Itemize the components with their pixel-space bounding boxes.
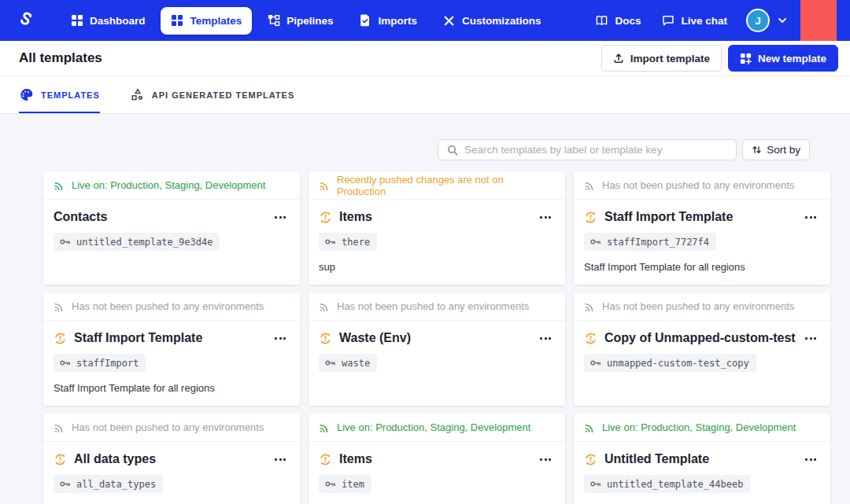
key-icon <box>324 478 336 490</box>
template-card[interactable]: Has not been pushed to any environments … <box>574 292 830 406</box>
card-menu-button[interactable] <box>273 212 287 223</box>
ellipsis-icon <box>275 216 277 219</box>
card-menu-button[interactable] <box>273 333 287 344</box>
nav-templates[interactable]: Templates <box>161 7 253 35</box>
template-card[interactable]: Live on: Production, Staging, Developmen… <box>309 414 565 504</box>
template-card[interactable]: Has not been pushed to any environments … <box>309 292 565 406</box>
broadcast-icon <box>584 422 595 433</box>
card-menu-button[interactable] <box>804 454 818 465</box>
template-card[interactable]: Live on: Production, Staging, Developmen… <box>574 414 830 504</box>
template-card[interactable]: Live on: Production, Staging, Developmen… <box>43 171 300 285</box>
ellipsis-icon <box>549 458 551 461</box>
card-body: All data types all_data_types <box>43 442 300 493</box>
card-status-text: Has not been pushed to any environments <box>72 300 264 312</box>
tabbar: TEMPLATES API GENERATED TEMPLATES <box>0 76 850 114</box>
ellipsis-icon <box>549 337 551 340</box>
sort-by-button[interactable]: Sort by <box>742 139 810 160</box>
template-key-badge: all_data_types <box>54 475 163 493</box>
ellipsis-icon <box>545 458 547 461</box>
template-key-badge: unmapped-custom-test_copy <box>584 354 756 372</box>
ellipsis-icon <box>540 216 542 219</box>
primary-nav: Dashboard Templates Pipelines <box>60 7 552 35</box>
navbar-right: Docs Live chat J <box>593 7 789 35</box>
main-content: Sort by Live on: Production, Staging, De… <box>0 114 850 504</box>
avatar[interactable]: J <box>746 9 770 32</box>
tab-templates[interactable]: TEMPLATES <box>19 76 100 113</box>
search-input[interactable] <box>464 144 727 156</box>
card-status: Recently pushed changes are not on Produ… <box>309 171 565 200</box>
unsynced-changes-icon <box>319 211 332 224</box>
broadcast-icon <box>319 422 330 433</box>
ellipsis-icon <box>805 337 808 340</box>
shapes-icon <box>130 87 145 102</box>
ellipsis-icon <box>545 216 547 219</box>
card-body: Waste (Env) waste <box>309 321 565 372</box>
template-key-badge: there <box>319 233 377 251</box>
template-card[interactable]: Has not been pushed to any environments … <box>574 171 830 285</box>
nav-customizations[interactable]: Customizations <box>432 7 552 35</box>
card-status: Has not been pushed to any environments <box>574 292 830 321</box>
tab-api-generated-templates[interactable]: API GENERATED TEMPLATES <box>130 76 295 113</box>
sort-arrows-icon <box>752 145 762 155</box>
unsynced-changes-icon <box>319 332 332 345</box>
card-body: Copy of Unmapped-custom-test unmapped-cu… <box>574 321 830 372</box>
new-template-button[interactable]: New template <box>728 45 838 72</box>
card-menu-button[interactable] <box>538 333 552 344</box>
unsynced-changes-icon <box>54 332 67 345</box>
card-body: Untitled Template untitled_template_44be… <box>574 442 830 493</box>
unsynced-changes-icon <box>54 453 67 466</box>
red-overlay-block <box>800 0 837 41</box>
card-menu-button[interactable] <box>804 212 818 223</box>
live-chat-link[interactable]: Live chat <box>660 7 729 35</box>
card-status-text: Live on: Production, Staging, Developmen… <box>72 179 265 191</box>
card-menu-button[interactable] <box>273 454 287 465</box>
search-box[interactable] <box>438 139 737 160</box>
ellipsis-icon <box>283 458 286 461</box>
template-key: untitled_template_9e3d4e <box>76 237 213 248</box>
card-title: Copy of Unmapped-custom-test <box>604 331 796 345</box>
card-menu-button[interactable] <box>538 212 552 223</box>
key-icon <box>59 236 71 248</box>
app-logo-icon[interactable] <box>13 7 39 34</box>
card-status-text: Has not been pushed to any environments <box>602 300 794 312</box>
template-card[interactable]: Recently pushed changes are not on Produ… <box>309 171 565 285</box>
card-title: Contacts <box>54 210 107 224</box>
page-title: All templates <box>19 50 601 66</box>
template-key-badge: staffImport <box>54 354 146 372</box>
card-menu-button[interactable] <box>804 333 818 344</box>
unsynced-changes-icon <box>584 332 597 345</box>
template-key-badge: waste <box>319 354 377 372</box>
key-icon <box>589 357 601 369</box>
import-template-button[interactable]: Import template <box>601 45 722 72</box>
template-card[interactable]: Has not been pushed to any environments … <box>43 414 300 504</box>
chat-bubble-icon <box>661 14 674 28</box>
ellipsis-icon <box>810 216 812 219</box>
nav-dashboard[interactable]: Dashboard <box>60 7 156 35</box>
card-status: Has not been pushed to any environments <box>574 171 830 200</box>
template-key: there <box>342 237 370 248</box>
card-menu-button[interactable] <box>538 454 552 465</box>
ellipsis-icon <box>545 337 547 340</box>
unsynced-changes-icon <box>584 211 597 224</box>
nav-pipelines[interactable]: Pipelines <box>257 7 343 35</box>
ellipsis-icon <box>279 216 282 219</box>
template-key-badge: staffImport_7727f4 <box>584 233 716 251</box>
broadcast-icon <box>54 422 65 433</box>
card-title: All data types <box>74 452 156 466</box>
card-title: Staff Import Template <box>74 331 202 345</box>
broadcast-icon <box>319 301 330 312</box>
page-header: All templates Import template New templa… <box>0 41 850 76</box>
user-menu[interactable]: J <box>746 9 789 32</box>
ellipsis-icon <box>814 458 816 461</box>
ellipsis-icon <box>275 337 277 340</box>
nav-imports[interactable]: Imports <box>349 7 428 35</box>
card-title: Items <box>339 452 372 466</box>
template-key: item <box>342 479 364 490</box>
ellipsis-icon <box>549 216 551 219</box>
ellipsis-icon <box>275 458 277 461</box>
search-icon <box>447 145 458 156</box>
template-card[interactable]: Has not been pushed to any environments … <box>43 292 300 406</box>
docs-link[interactable]: Docs <box>593 7 642 35</box>
nav-label: Pipelines <box>286 15 333 27</box>
tab-label: TEMPLATES <box>41 90 100 100</box>
